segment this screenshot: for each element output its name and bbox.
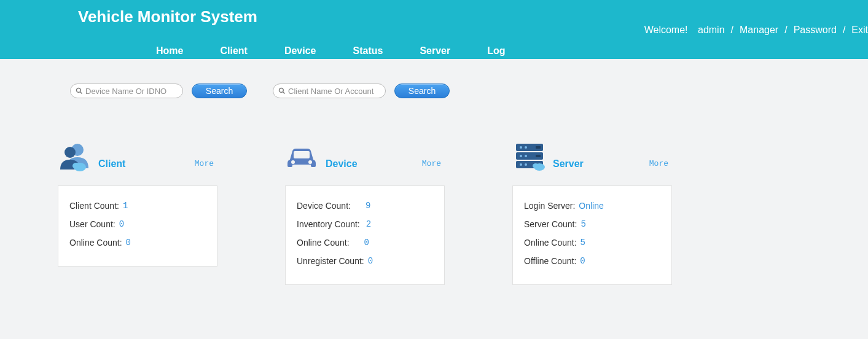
svg-rect-20 [536,146,541,149]
svg-point-9 [291,160,295,164]
separator: / [843,25,845,36]
header: Vehicle Monitor System Welcome! admin / … [0,0,868,59]
inventory-count-value: 2 [366,219,371,229]
client-count-value: 1 [123,201,128,211]
client-count-row: Client Count: 1 [69,201,206,211]
offline-count-value: 0 [580,256,585,266]
svg-point-14 [520,146,522,149]
server-card-title: Server [553,158,584,173]
search-icon [76,87,83,95]
client-search-pill[interactable] [273,84,386,98]
client-card-body: Client Count: 1 User Count: 0 Online Cou… [58,185,217,267]
separator: / [731,25,733,36]
device-search-pill[interactable] [70,84,183,98]
user-count-label: User Count: [69,219,115,229]
server-more-link[interactable]: More [649,159,668,168]
device-search-button[interactable]: Search [192,84,247,98]
user-name[interactable]: admin [698,25,725,36]
unregister-count-row: Unregister Count: 0 [297,256,433,266]
device-card-body: Device Count: 9 Inventory Count: 2 Onlin… [285,185,445,285]
svg-point-16 [520,155,522,157]
app-title: Vehicle Monitor System [78,7,257,26]
client-card-header: Client More [58,138,217,173]
car-icon [285,140,318,173]
device-count-label: Device Count: [297,201,351,211]
user-count-value: 0 [119,219,124,229]
people-icon [58,140,91,173]
separator: / [784,25,787,36]
device-more-link[interactable]: More [422,159,441,168]
manager-link[interactable]: Manager [740,25,778,36]
svg-point-10 [308,160,312,164]
main-nav: Home Client Device Status Server Log [156,45,506,56]
svg-point-15 [525,146,527,149]
password-link[interactable]: Password [794,25,837,36]
search-icon [278,87,286,95]
nav-home[interactable]: Home [156,45,183,56]
client-card: Client More Client Count: 1 User Count: … [58,138,217,285]
client-card-title: Client [98,158,125,173]
svg-point-19 [525,163,527,166]
server-card-body: Login Server: Online Server Count: 5 Onl… [512,185,672,285]
client-search-button[interactable]: Search [394,84,450,98]
exit-link[interactable]: Exit [851,25,868,36]
server-count-value: 5 [581,219,585,229]
nav-client[interactable]: Client [220,45,247,56]
client-online-value: 0 [126,238,131,247]
svg-point-0 [77,88,81,93]
server-card-header: Server More [512,138,672,173]
device-online-value: 0 [364,238,369,247]
device-search-input[interactable] [85,87,178,96]
nav-server[interactable]: Server [420,45,450,56]
server-online-row: Online Count: 5 [524,238,660,247]
search-row: Search Search [0,59,868,98]
svg-line-1 [80,92,82,94]
login-server-row: Login Server: Online [524,201,660,211]
svg-point-5 [65,147,76,158]
svg-line-3 [283,92,285,94]
user-bar: Welcome! admin / Manager / Password / Ex… [644,25,868,36]
device-online-row: Online Count: 0 [297,238,433,247]
nav-log[interactable]: Log [487,45,505,56]
client-online-row: Online Count: 0 [69,238,206,247]
client-count-label: Client Count: [69,201,119,211]
server-card: Server More Login Server: Online Server … [512,138,672,285]
server-online-value: 5 [581,238,585,247]
device-count-value: 9 [366,201,370,211]
welcome-text: Welcome! [644,25,688,36]
device-card-title: Device [326,158,358,173]
user-count-row: User Count: 0 [69,219,206,229]
inventory-count-row: Inventory Count: 2 [297,219,433,229]
nav-device[interactable]: Device [284,45,316,56]
unregister-count-value: 0 [368,256,373,266]
svg-point-2 [280,88,284,93]
server-count-label: Server Count: [524,219,577,229]
nav-status[interactable]: Status [353,45,383,56]
inventory-count-label: Inventory Count: [297,219,360,229]
device-online-label: Online Count: [297,238,350,247]
unregister-count-label: Unregister Count: [297,256,364,266]
server-count-row: Server Count: 5 [524,219,660,229]
svg-point-18 [520,163,522,166]
client-online-label: Online Count: [69,238,122,247]
client-search-input[interactable] [288,87,380,96]
offline-count-row: Offline Count: 0 [524,256,660,266]
login-server-label: Login Server: [524,201,575,211]
server-online-label: Online Count: [524,238,577,247]
svg-point-7 [72,163,80,169]
device-card-header: Device More [285,138,445,173]
server-icon [512,140,545,173]
svg-rect-21 [536,155,541,157]
svg-rect-8 [294,151,310,158]
login-server-value: Online [579,201,603,211]
dashboard-cards: Client More Client Count: 1 User Count: … [0,98,868,285]
device-card: Device More Device Count: 9 Inventory Co… [285,138,445,285]
svg-point-24 [533,163,539,168]
offline-count-label: Offline Count: [524,256,576,266]
client-more-link[interactable]: More [195,159,214,168]
svg-point-17 [525,155,527,157]
device-count-row: Device Count: 9 [297,201,433,211]
